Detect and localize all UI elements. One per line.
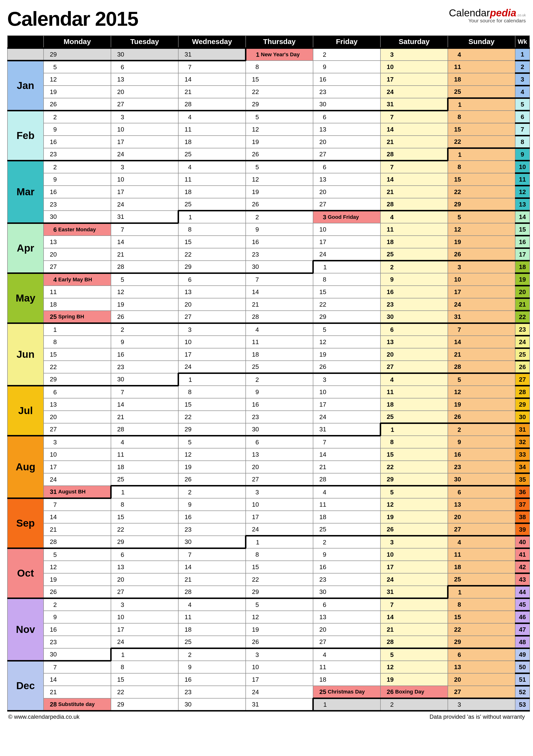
day-cell: 23 <box>448 461 515 473</box>
day-cell: 27 <box>43 261 111 273</box>
day-cell: 28Substitute day <box>43 698 111 711</box>
week-number: 36 <box>515 486 530 498</box>
day-cell: 26 <box>246 148 313 161</box>
day-cell: 23 <box>43 636 111 648</box>
day-cell: 13 <box>448 661 515 673</box>
day-cell: 5 <box>448 373 515 386</box>
day-cell: 26 <box>43 586 111 598</box>
day-cell: 19 <box>380 511 448 523</box>
day-cell: 12 <box>448 386 515 398</box>
day-cell: 20 <box>43 248 111 261</box>
holiday-label: Easter Monday <box>58 227 96 233</box>
day-cell: 24 <box>111 636 178 648</box>
day-cell: 26 <box>448 411 515 423</box>
day-cell: 4 <box>448 536 515 548</box>
day-cell: 16 <box>313 561 380 573</box>
day-cell: 22 <box>178 411 246 423</box>
day-cell: 9 <box>313 548 380 561</box>
header-day-2: Wednesday <box>178 36 246 48</box>
day-cell: 19 <box>313 348 380 361</box>
week-number: 50 <box>515 661 530 673</box>
day-cell: 31 <box>380 98 448 111</box>
day-cell: 18 <box>448 73 515 86</box>
day-cell: 19 <box>246 186 313 198</box>
day-cell: 19 <box>448 236 515 248</box>
day-cell: 25 <box>448 573 515 586</box>
day-cell: 18 <box>380 398 448 411</box>
day-cell: 19 <box>43 86 111 98</box>
day-cell: 10 <box>313 386 380 398</box>
day-cell: 12 <box>111 286 178 298</box>
day-cell: 27 <box>448 686 515 698</box>
day-cell: 25 <box>246 361 313 373</box>
day-cell: 20 <box>246 461 313 473</box>
day-cell: 16 <box>43 136 111 148</box>
day-cell: 5 <box>178 436 246 448</box>
week-number: 21 <box>515 298 530 311</box>
day-cell: 8 <box>111 498 178 511</box>
day-cell: 12 <box>246 611 313 623</box>
day-cell: 25Christmas Day <box>313 686 380 698</box>
day-cell: 6 <box>313 598 380 611</box>
day-cell: 2 <box>111 323 178 336</box>
day-cell: 27 <box>380 361 448 373</box>
day-cell: 14 <box>178 73 246 86</box>
day-cell: 30 <box>43 648 111 661</box>
day-cell: 13 <box>43 236 111 248</box>
day-cell: 11 <box>313 661 380 673</box>
day-cell: 15 <box>111 673 178 686</box>
day-cell: 3 <box>43 436 111 448</box>
day-cell: 18 <box>246 348 313 361</box>
day-cell: 5 <box>380 648 448 661</box>
day-cell: 10 <box>111 123 178 136</box>
day-cell: 11 <box>380 223 448 236</box>
day-cell: 17 <box>313 398 380 411</box>
week-number: 51 <box>515 673 530 686</box>
day-cell: 19 <box>178 461 246 473</box>
day-cell: 18 <box>178 136 246 148</box>
day-cell: 6Easter Monday <box>43 223 111 236</box>
day-cell: 12 <box>313 336 380 348</box>
day-cell: 15 <box>111 511 178 523</box>
header-day-3: Thursday <box>246 36 313 48</box>
day-cell: 20 <box>111 573 178 586</box>
day-cell: 27 <box>43 423 111 436</box>
day-cell: 24 <box>246 523 313 536</box>
day-cell: 3 <box>246 486 313 498</box>
week-number: 42 <box>515 561 530 573</box>
week-number: 6 <box>515 111 530 123</box>
day-cell: 15 <box>246 561 313 573</box>
brand-tld: .co.uk <box>517 13 526 17</box>
day-cell: 24 <box>111 198 178 211</box>
day-cell: 24 <box>43 473 111 486</box>
day-cell: 4 <box>246 323 313 336</box>
day-cell: 12 <box>380 498 448 511</box>
day-cell: 13 <box>111 73 178 86</box>
day-cell: 22 <box>111 523 178 536</box>
day-cell: 24 <box>380 86 448 98</box>
day-cell: 7 <box>380 598 448 611</box>
week-number: 17 <box>515 248 530 261</box>
day-cell: 21 <box>111 411 178 423</box>
day-cell: 23 <box>246 411 313 423</box>
day-cell: 25 <box>448 86 515 98</box>
day-cell: 4 <box>111 436 178 448</box>
day-cell: 13 <box>313 173 380 186</box>
month-label-oct: Oct <box>8 548 43 598</box>
day-cell: 15 <box>178 398 246 411</box>
day-cell: 2 <box>313 48 380 61</box>
day-cell: 8 <box>111 661 178 673</box>
day-cell: 14 <box>246 286 313 298</box>
day-cell: 22 <box>448 136 515 148</box>
day-cell: 3 <box>111 598 178 611</box>
day-cell: 4 <box>178 111 246 123</box>
day-cell: 25 <box>178 636 246 648</box>
day-cell: 2 <box>313 536 380 548</box>
day-cell: 27 <box>313 198 380 211</box>
day-cell: 12 <box>448 223 515 236</box>
day-cell: 20 <box>448 511 515 523</box>
day-cell: 17 <box>43 461 111 473</box>
calendar-table: MondayTuesdayWednesdayThursdayFridaySatu… <box>7 35 530 712</box>
day-cell: 5 <box>111 273 178 286</box>
day-cell: 23 <box>380 298 448 311</box>
